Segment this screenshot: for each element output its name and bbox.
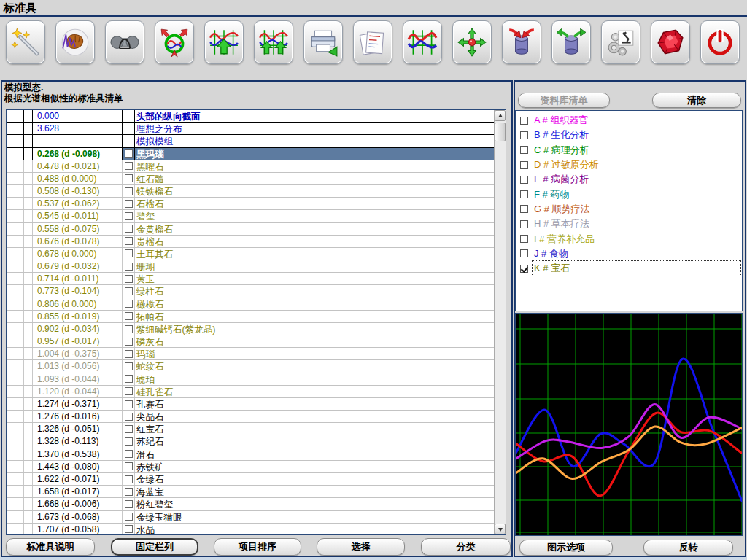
table-row[interactable]: 0.488 (d 0.000)红石髓: [7, 173, 494, 185]
category-checkbox[interactable]: [520, 146, 528, 154]
table-row[interactable]: 1.707 (d -0.058)水晶: [7, 524, 494, 534]
chart-arrow-up-button[interactable]: [204, 20, 244, 64]
category-checkbox[interactable]: [520, 117, 528, 125]
footer-button-2[interactable]: 固定栏列: [111, 538, 198, 556]
gem-button[interactable]: [651, 20, 690, 64]
row-checkbox[interactable]: [125, 174, 133, 182]
table-row[interactable]: 0.806 (d 0.000)橄榄石: [7, 298, 494, 311]
row-checkbox[interactable]: [125, 149, 133, 158]
table-row[interactable]: 1.622 (d -0.071)金绿石: [7, 473, 494, 486]
footer-button-1[interactable]: 标准具说明: [6, 538, 95, 556]
row-checkbox[interactable]: [125, 475, 133, 483]
head-profiles-button[interactable]: [105, 20, 144, 64]
scroll-down-button[interactable]: [495, 524, 506, 534]
category-item-i#[interactable]: I # 营养补充品: [519, 231, 740, 246]
table-row[interactable]: 0.545 (d -0.011)碧玺: [7, 210, 494, 222]
table-row[interactable]: 0.537 (d -0.062)石榴石: [7, 198, 494, 210]
footer-button-4[interactable]: 选择: [317, 538, 405, 556]
row-checkbox[interactable]: [125, 287, 133, 295]
row-checkbox[interactable]: [125, 450, 133, 458]
row-checkbox[interactable]: [125, 425, 133, 433]
category-item-g#[interactable]: G # 顺势疗法: [519, 202, 740, 217]
table-row[interactable]: 0.855 (d -0.019)拓帕石: [7, 311, 494, 323]
row-checkbox[interactable]: [125, 513, 133, 521]
print-button[interactable]: [303, 20, 343, 64]
category-checkbox[interactable]: [520, 205, 528, 213]
category-checkbox[interactable]: [520, 235, 528, 243]
move-button[interactable]: [452, 20, 492, 64]
table-row[interactable]: 0.773 (d -0.104)绿柱石: [7, 285, 494, 298]
category-item-f#[interactable]: F # 药物: [519, 187, 740, 201]
scroll-thumb[interactable]: [495, 122, 506, 141]
library-list-button[interactable]: 资料库清单: [518, 93, 610, 108]
row-checkbox[interactable]: [125, 387, 133, 395]
table-row[interactable]: 0.508 (d -0.130)镁铁榴石: [7, 185, 494, 198]
category-item-b#[interactable]: B # 生化分析: [519, 128, 740, 142]
row-checkbox[interactable]: [125, 200, 133, 208]
table-row[interactable]: 0.957 (d -0.017)磷灰石: [7, 335, 494, 348]
row-checkbox[interactable]: [125, 350, 133, 358]
chart-footer-button-1[interactable]: 图示选项: [519, 540, 613, 556]
row-checkbox[interactable]: [125, 488, 133, 496]
table-row[interactable]: 1.326 (d -0.051)红宝石: [7, 423, 494, 435]
chart-arrows-up-button[interactable]: [254, 20, 293, 64]
table-row[interactable]: 1.328 (d -0.113)苏纪石: [7, 435, 494, 448]
table-row[interactable]: 1.274 (d -0.371)孔赛石: [7, 398, 494, 411]
table-row[interactable]: 1.276 (d -0.016)尖晶石: [7, 411, 494, 423]
row-checkbox[interactable]: [125, 525, 133, 533]
table-row[interactable]: 0.678 (d 0.000)土耳其石: [7, 248, 494, 260]
row-checkbox[interactable]: [125, 325, 133, 333]
category-item-k#[interactable]: K # 宝石: [519, 261, 740, 276]
table-row[interactable]: 1.004 (d -0.375)玛瑙: [7, 348, 494, 360]
category-checkbox[interactable]: [520, 190, 528, 198]
table-row[interactable]: 1.370 (d -0.538)滑石: [7, 448, 494, 461]
brain-button[interactable]: [55, 20, 95, 64]
row-checkbox[interactable]: [125, 212, 133, 220]
table-row[interactable]: 0.558 (d -0.075)金黄榴石: [7, 223, 494, 236]
clear-button[interactable]: 清除: [652, 93, 741, 108]
footer-button-3[interactable]: 项目排序: [214, 538, 301, 556]
chart-footer-button-2[interactable]: 反转: [643, 540, 733, 556]
row-checkbox[interactable]: [125, 275, 133, 283]
category-item-d#[interactable]: D # 过敏原分析: [519, 158, 740, 172]
row-checkbox[interactable]: [125, 375, 133, 383]
power-button[interactable]: [700, 20, 740, 64]
table-row[interactable]: 1.673 (d -0.068)金绿玉猫眼: [7, 511, 494, 524]
row-checkbox[interactable]: [125, 362, 133, 370]
category-item-c#[interactable]: C # 病理分析: [519, 143, 740, 158]
row-checkbox[interactable]: [125, 500, 133, 508]
magic-wand-button[interactable]: [6, 20, 45, 64]
category-item-a#[interactable]: A # 组织器官: [519, 113, 740, 128]
row-checkbox[interactable]: [125, 438, 133, 446]
table-row[interactable]: 0.679 (d -0.032)珊瑚: [7, 260, 494, 273]
card-index-button[interactable]: [353, 20, 392, 64]
row-checkbox[interactable]: [125, 462, 133, 470]
table-row[interactable]: 0.478 (d -0.021)黑曜石: [7, 160, 494, 173]
category-checkbox[interactable]: [520, 131, 528, 139]
row-checkbox[interactable]: [125, 187, 133, 195]
category-item-e#[interactable]: E # 病菌分析: [519, 172, 740, 187]
chart-button[interactable]: [403, 20, 442, 64]
row-checkbox[interactable]: [125, 338, 133, 346]
row-checkbox[interactable]: [125, 262, 133, 271]
row-checkbox[interactable]: [125, 400, 133, 408]
list-scrollbar[interactable]: [494, 110, 506, 534]
category-checkbox[interactable]: [520, 176, 528, 184]
scroll-up-button[interactable]: [495, 110, 506, 121]
bucket-fill-button[interactable]: [502, 20, 541, 64]
table-row[interactable]: 1.668 (d -0.006)粉红碧玺: [7, 498, 494, 510]
category-checkbox[interactable]: [520, 265, 528, 273]
table-row[interactable]: 0.676 (d -0.078)贵榴石: [7, 236, 494, 248]
table-row[interactable]: 1.443 (d -0.080)赤铁矿: [7, 461, 494, 473]
table-row[interactable]: 0.902 (d -0.034)紫细碱钙石(紫龙晶): [7, 323, 494, 335]
category-checkbox[interactable]: [520, 161, 528, 169]
table-row[interactable]: 1.120 (d -0.044)硅孔雀石: [7, 386, 494, 398]
category-item-h#[interactable]: H # 草本疗法: [519, 217, 740, 231]
table-row[interactable]: 1.013 (d -0.056)蛇纹石: [7, 360, 494, 373]
row-checkbox[interactable]: [125, 413, 133, 421]
row-checkbox[interactable]: [125, 237, 133, 245]
table-row-selected[interactable]: 0.268 (d -0.098)黑玛瑙: [7, 148, 494, 160]
footer-button-5[interactable]: 分类: [421, 538, 511, 556]
category-checkbox[interactable]: [520, 220, 528, 228]
row-checkbox[interactable]: [125, 312, 133, 320]
